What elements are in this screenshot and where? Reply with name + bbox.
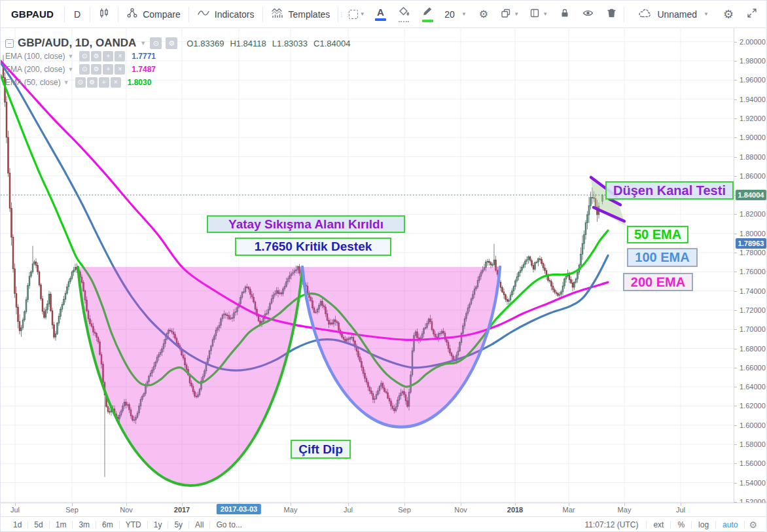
indicator-label[interactable]: EMA (200, close)	[5, 65, 65, 74]
drawing-label-label-50-ema[interactable]: 50 EMA	[627, 226, 688, 243]
layout-dropdown[interactable]: ▼	[524, 1, 553, 28]
chevron-down-icon: ▼	[704, 11, 709, 17]
chart-area[interactable]: − GBP/AUD, 1D, OANDA ▼ ⊙ ⚙ O1.83369 H1.8…	[1, 28, 767, 516]
indicator-settings-button[interactable]: ⚙	[91, 64, 101, 75]
text-color-tool-button[interactable]: A	[368, 1, 392, 28]
hide-series-button[interactable]: ⊙	[150, 37, 162, 49]
remove-indicator-button[interactable]: ×	[115, 51, 125, 62]
indicators-button[interactable]: Indicators	[189, 1, 262, 28]
gear-icon: ⚙	[723, 9, 734, 20]
hide-indicator-button[interactable]: ⊙	[79, 64, 90, 75]
time-tick-label: Mar	[563, 506, 575, 514]
legend-indicator-rows: EMA (100, close)▼⊙⚙+×1.7771EMA (200, clo…	[5, 50, 350, 89]
range-button-1d[interactable]: 1d	[7, 520, 27, 529]
indicator-value: 1.7771	[132, 52, 156, 61]
price-tick-label: 1.54000	[740, 479, 766, 487]
price-tick-mark	[734, 368, 737, 368]
chevron-down-icon: ▼	[67, 53, 73, 60]
templates-button[interactable]: Templates	[263, 1, 338, 28]
remove-drawings-button[interactable]	[600, 1, 624, 28]
add-indicator-button[interactable]: +	[99, 77, 109, 88]
ext-hours-toggle[interactable]: ext	[647, 520, 670, 529]
series-settings-button[interactable]: ⚙	[166, 37, 177, 49]
range-button-6m[interactable]: 6m	[96, 520, 119, 529]
selection-tool-button[interactable]: ▼	[345, 1, 368, 28]
time-tick-label: Nov	[454, 506, 467, 514]
interval-button[interactable]: D	[65, 1, 90, 28]
price-tick-label: 1.60000	[740, 421, 766, 429]
chart-style-button[interactable]	[90, 1, 118, 28]
close-value: C1.84004	[313, 39, 350, 48]
compare-icon	[126, 7, 138, 21]
layers-dropdown[interactable]: ▼	[495, 1, 524, 28]
price-tick-label: 1.88000	[740, 153, 766, 161]
ohlc-values: O1.83369 H1.84118 L1.83033 C1.84004	[187, 39, 350, 48]
range-button-All[interactable]: All	[189, 520, 209, 529]
chart-properties-button[interactable]: ⚙	[717, 1, 740, 28]
drag-handle-icon[interactable]: ⋮⋮	[338, 12, 345, 17]
price-tick-mark	[734, 234, 737, 234]
lock-icon	[559, 7, 571, 21]
fill-color-tool-button[interactable]	[392, 1, 416, 28]
price-tick-label: 1.62000	[740, 402, 766, 410]
range-button-3m[interactable]: 3m	[73, 520, 96, 529]
remove-indicator-button[interactable]: ×	[115, 64, 125, 75]
price-tick-label: 1.86000	[740, 172, 766, 180]
legend-symbol-title[interactable]: GBP/AUD, 1D, OANDA	[18, 37, 136, 50]
drawing-label-cift-dip[interactable]: Çift Dip	[291, 440, 351, 459]
price-tick-label: 1.90000	[740, 133, 766, 141]
price-axis[interactable]: 2.000001.980001.960001.940001.920001.900…	[734, 28, 767, 503]
symbol-search-button[interactable]: GBPAUD	[1, 9, 64, 20]
hide-indicator-button[interactable]: ⊙	[75, 77, 86, 88]
percent-scale-toggle[interactable]: %	[671, 520, 691, 529]
goto-date-button[interactable]: Go to...	[210, 520, 247, 529]
chevron-down-icon: ▼	[543, 11, 548, 17]
auto-scale-toggle[interactable]: auto	[716, 520, 744, 529]
chart-legend: − GBP/AUD, 1D, OANDA ▼ ⊙ ⚙ O1.83369 H1.8…	[5, 37, 350, 89]
open-value: O1.83369	[187, 39, 224, 48]
fullscreen-button[interactable]	[740, 1, 764, 28]
drawing-label-label-200-ema[interactable]: 200 EMA	[623, 273, 693, 291]
gear-icon[interactable]: ⚙	[745, 520, 761, 530]
time-tick-label: Sep	[65, 506, 79, 514]
drawing-label-yatay-sikisma[interactable]: Yatay Sıkışma Alanı Kırıldı	[207, 215, 405, 233]
price-tick-label: 1.80000	[740, 230, 766, 238]
chart-plot[interactable]	[1, 28, 734, 503]
range-button-YTD[interactable]: YTD	[120, 520, 147, 529]
clock[interactable]: 11:07:12 (UTC)	[577, 520, 647, 529]
hide-indicator-button[interactable]: ⊙	[79, 51, 90, 62]
hide-drawings-button[interactable]	[577, 1, 600, 28]
collapse-legend-button[interactable]: −	[5, 39, 14, 48]
pencil-tool-button[interactable]	[416, 1, 439, 28]
drawing-label-label-100-ema[interactable]: 100 EMA	[627, 248, 698, 267]
drawing-settings-button[interactable]: ⚙	[472, 1, 495, 28]
price-tick-label: 1.96000	[740, 76, 766, 84]
bottom-toolbar: 1d5d1m3m6mYTD1y5yAllGo to... 11:07:12 (U…	[1, 516, 767, 532]
remove-indicator-button[interactable]: ×	[111, 77, 121, 88]
range-button-1m[interactable]: 1m	[50, 520, 73, 529]
price-tick-label: 1.58000	[740, 440, 766, 448]
drawing-label-kritik-destek[interactable]: 1.7650 Kritik Destek	[235, 238, 391, 256]
pencil-icon	[422, 7, 433, 18]
line-width-dropdown[interactable]: 20▼	[439, 1, 472, 28]
range-button-5d[interactable]: 5d	[28, 520, 48, 529]
drawing-label-dusen-kanal-testi[interactable]: Düşen Kanal Testi	[605, 181, 734, 200]
range-button-1y[interactable]: 1y	[148, 520, 168, 529]
range-button-5y[interactable]: 5y	[168, 520, 188, 529]
price-tick-label: 1.64000	[740, 383, 766, 391]
layout-name-dropdown[interactable]: Unnamed ▼	[630, 8, 717, 20]
price-tick-mark	[734, 291, 737, 292]
indicator-label[interactable]: EMA (100, close)	[5, 52, 65, 61]
templates-icon	[271, 7, 284, 21]
time-axis[interactable]: JulSepNov2017MayJulSepNov2018MarMayJul20…	[1, 503, 767, 516]
paint-bucket-icon	[399, 7, 410, 18]
add-indicator-button[interactable]: +	[103, 51, 113, 62]
compare-button[interactable]: Compare	[118, 1, 188, 28]
indicator-label[interactable]: EMA (50, close)	[5, 78, 61, 87]
indicator-settings-button[interactable]: ⚙	[91, 51, 101, 62]
indicator-settings-button[interactable]: ⚙	[87, 77, 98, 88]
chevron-down-icon: ▼	[360, 11, 365, 17]
add-indicator-button[interactable]: +	[103, 64, 113, 75]
log-scale-toggle[interactable]: log	[692, 520, 715, 529]
lock-drawings-button[interactable]	[553, 1, 577, 28]
